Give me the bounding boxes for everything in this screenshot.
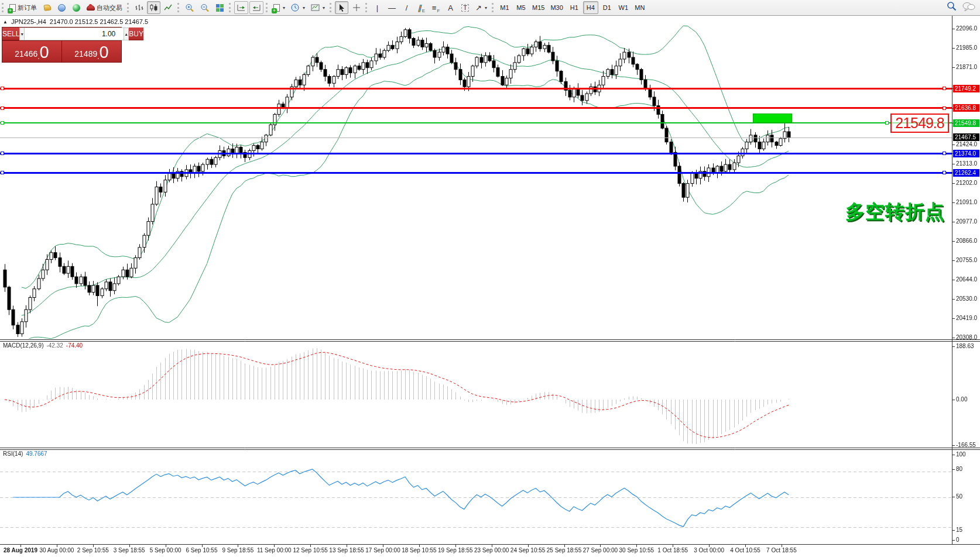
crosshair-button[interactable]: [349, 1, 363, 14]
line-chart-icon: [164, 4, 173, 12]
line-chart-button[interactable]: [162, 1, 175, 14]
macd-header: MACD(12,26,9) -42.32 -74.40: [3, 342, 83, 349]
timeframe-w1-button[interactable]: W1: [616, 1, 631, 14]
period-dropdown[interactable]: ▾: [289, 1, 307, 14]
clock-icon: [291, 4, 300, 12]
rsi-axis-label: 80: [956, 466, 962, 472]
new-chart-icon: +: [273, 4, 280, 12]
profiles-button[interactable]: [55, 1, 68, 14]
volume-decrease-button[interactable]: ▼: [19, 27, 25, 40]
trendline-tool[interactable]: /: [400, 1, 413, 14]
text-label-tool[interactable]: T: [458, 1, 472, 14]
line-left-handle[interactable]: [1, 152, 4, 155]
buy-price-button[interactable]: 21489.0: [62, 41, 121, 62]
sell-button[interactable]: SELL: [2, 27, 19, 40]
bid-price-line: [0, 137, 952, 138]
line-left-handle[interactable]: [1, 171, 4, 174]
price-axis-tick: 21313.0: [956, 160, 977, 167]
text-tool[interactable]: A: [444, 1, 457, 14]
line-price-label: 21749.2: [953, 85, 979, 92]
time-axis-label: 6 Sep 10:55: [186, 547, 218, 553]
chat-icon[interactable]: [962, 2, 975, 11]
bid-price-label: 21467.5: [953, 133, 979, 141]
line-right-handle[interactable]: [885, 121, 889, 125]
channel-tool[interactable]: ∥E: [414, 1, 428, 14]
line-left-handle[interactable]: [1, 87, 4, 90]
highlight-rectangle-object[interactable]: [753, 114, 792, 123]
price-axis-tick: 20530.0: [956, 295, 977, 302]
bar-chart-button[interactable]: [132, 1, 146, 14]
buy-button[interactable]: BUY: [129, 27, 143, 40]
line-right-handle[interactable]: [943, 87, 946, 90]
new-order-button[interactable]: + 新订单: [7, 1, 39, 14]
group-handle[interactable]: [266, 3, 268, 12]
price-axis-tick: 20644.0: [956, 276, 977, 283]
price-axis-tick: 20977.0: [956, 218, 977, 225]
zoom-out-button[interactable]: [198, 1, 212, 14]
horizontal-line-object[interactable]: [0, 122, 952, 123]
main-toolbar: + 新订单 自动交易: [0, 0, 980, 16]
time-axis-label: 1 Oct 18:55: [657, 547, 688, 553]
line-price-label: 21549.8: [953, 119, 979, 127]
timeframe-m30-button[interactable]: M30: [548, 1, 565, 14]
arrows-tool-dropdown[interactable]: ↗▾: [473, 1, 489, 14]
new-chart-dropdown[interactable]: + ▾: [271, 1, 287, 14]
price-callout-text-object[interactable]: 21549.8: [890, 114, 949, 133]
zoom-in-button[interactable]: [183, 1, 197, 14]
timeframe-m15-button[interactable]: M15: [530, 1, 547, 14]
timeframe-mn-button[interactable]: MN: [632, 1, 647, 14]
timeframe-m1-button[interactable]: M1: [497, 1, 512, 14]
group-handle[interactable]: [229, 3, 231, 12]
symbol-name: JPN225-,H4: [11, 18, 46, 25]
chart-shift-button[interactable]: [249, 1, 263, 14]
candlestick-chart-button[interactable]: [147, 1, 160, 14]
volume-increase-button[interactable]: ▲: [124, 27, 129, 40]
line-right-handle[interactable]: [943, 152, 946, 155]
line-left-handle[interactable]: [1, 106, 4, 110]
data-center-button[interactable]: [70, 1, 83, 14]
rsi-axis-label: 15: [956, 527, 962, 533]
timeframe-h1-button[interactable]: H1: [567, 1, 582, 14]
group-handle[interactable]: [330, 3, 332, 12]
chart-canvas[interactable]: [0, 0, 980, 557]
group-handle[interactable]: [492, 3, 494, 12]
horizontal-line-tool[interactable]: —: [385, 1, 399, 14]
auto-trading-icon: [87, 5, 95, 11]
group-handle[interactable]: [127, 3, 129, 12]
horizontal-line-object[interactable]: [0, 153, 952, 154]
time-axis-label: 3 Sep 18:55: [114, 547, 145, 553]
crosshair-icon: [352, 4, 361, 12]
mql-editor-button[interactable]: [40, 1, 54, 14]
globe-icon: [73, 4, 80, 12]
mt4-application: + 新订单 自动交易: [0, 0, 980, 557]
timeframe-h4-button[interactable]: H4: [583, 1, 598, 14]
timeframe-d1-button[interactable]: D1: [599, 1, 615, 14]
chinese-note-text-object[interactable]: 多空转折点: [845, 199, 945, 225]
vertical-line-tool[interactable]: |: [371, 1, 384, 14]
sell-price-button[interactable]: 21466.0: [2, 41, 61, 62]
line-right-handle[interactable]: [943, 106, 946, 110]
zoom-in-icon: [185, 4, 194, 12]
horizontal-line-object[interactable]: [0, 88, 952, 90]
template-dropdown[interactable]: ▾: [309, 1, 327, 14]
volume-input[interactable]: [25, 27, 124, 40]
horizontal-line-object[interactable]: [0, 172, 952, 174]
line-left-handle[interactable]: [1, 121, 4, 125]
auto-scroll-button[interactable]: [234, 1, 248, 14]
group-handle[interactable]: [177, 3, 180, 12]
time-axis-label: 13 Sep 18:55: [329, 547, 364, 553]
auto-trading-button[interactable]: 自动交易: [84, 1, 125, 14]
time-axis-label: 30 Sep 10:55: [619, 547, 655, 553]
one-click-collapse-icon[interactable]: ▲: [3, 19, 8, 25]
time-axis-label: 30 Aug 00:00: [39, 547, 74, 553]
line-right-handle[interactable]: [943, 171, 946, 174]
horizontal-line-object[interactable]: [0, 107, 952, 109]
timeframe-m5-button[interactable]: M5: [513, 1, 529, 14]
search-icon[interactable]: [947, 1, 957, 11]
time-axis-label: 4 Oct 10:55: [730, 547, 760, 553]
cursor-button[interactable]: [335, 1, 348, 14]
group-handle[interactable]: [365, 3, 368, 12]
tile-windows-button[interactable]: [213, 1, 227, 14]
fibonacci-tool[interactable]: ≡F: [429, 1, 443, 14]
toolbar-drag-handle[interactable]: [2, 3, 4, 12]
